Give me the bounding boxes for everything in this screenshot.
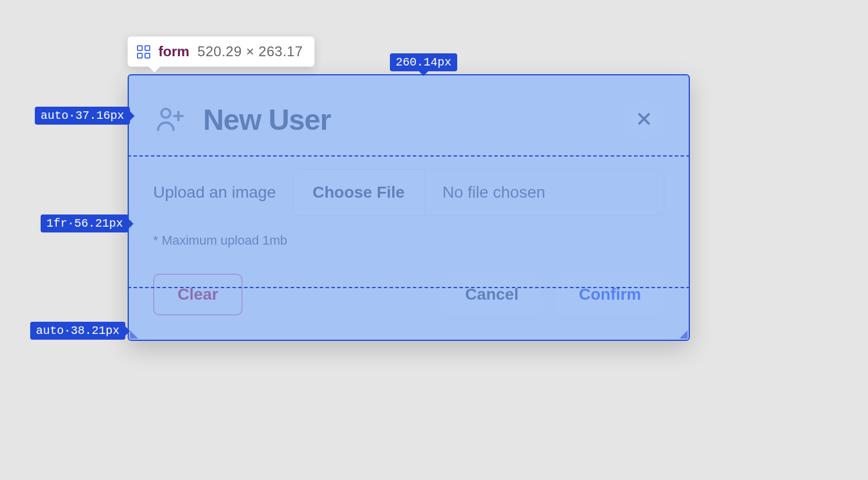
modal-header: New User — [153, 100, 664, 140]
svg-point-0 — [161, 109, 170, 118]
inspector-element-dimensions: 520.29 × 263.17 — [197, 43, 303, 60]
choose-file-button[interactable]: Choose File — [293, 170, 425, 215]
close-button[interactable] — [624, 100, 664, 140]
grid-col-size-badge: 260.14px — [390, 53, 457, 71]
grid-row-size-badge-3: auto·38.21px — [30, 322, 125, 340]
close-icon — [636, 108, 652, 132]
upload-label: Upload an image — [153, 183, 276, 202]
overlay-corner-icon — [130, 330, 138, 339]
upload-hint: * Maximum upload 1mb — [153, 233, 664, 248]
user-plus-icon — [153, 102, 187, 138]
modal-body: Upload an image Choose File No file chos… — [153, 159, 664, 248]
grid-row-size-badge-2: 1fr·56.21px — [41, 214, 129, 232]
footer-spacer — [256, 274, 428, 315]
modal-footer: Clear Cancel Confirm — [153, 267, 664, 315]
inspector-element-tag: form — [158, 43, 189, 60]
grid-line — [128, 155, 690, 157]
confirm-button[interactable]: Confirm — [556, 274, 664, 315]
overlay-corner-icon — [679, 330, 688, 339]
grid-icon — [137, 45, 150, 59]
grid-row-size-badge-1: auto·37.16px — [35, 107, 130, 125]
cancel-button[interactable]: Cancel — [442, 274, 542, 315]
clear-button[interactable]: Clear — [153, 274, 243, 315]
file-input[interactable]: Choose File No file chosen — [292, 169, 664, 216]
inspector-tooltip: form 520.29 × 263.17 — [128, 37, 314, 67]
file-status: No file chosen — [425, 170, 664, 215]
upload-row: Upload an image Choose File No file chos… — [153, 169, 664, 216]
new-user-modal: New User Upload an image Choose File No … — [128, 74, 690, 341]
modal-title: New User — [203, 103, 331, 137]
